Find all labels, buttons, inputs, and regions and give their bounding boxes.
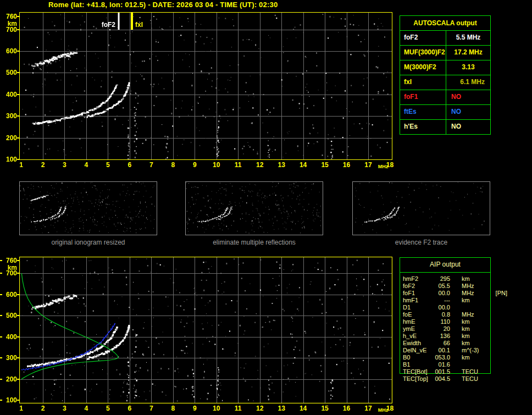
parameter-value: 5.5 MHz [446, 31, 490, 45]
y-axis-tick [17, 315, 19, 316]
x-tick-label: 17 [361, 162, 375, 169]
parameter-note [492, 275, 507, 283]
aip-row-d1: D100.0 [403, 304, 507, 311]
thumbnail-canvas-1 [20, 182, 157, 235]
parameter-note [492, 311, 507, 318]
y-axis-tick [17, 294, 19, 295]
parameter-label: foF2 [403, 283, 431, 290]
autoscala-output-table: AUTOSCALA output foF25.5 MHzMUF(3000)F21… [400, 15, 491, 135]
parameter-label: B1 [403, 361, 431, 368]
parameter-value: 001.5 [431, 368, 450, 375]
y-axis-tick [17, 16, 19, 17]
x-tick-label: 8 [166, 405, 180, 412]
y-tick-label: 600 [1, 48, 17, 55]
y-axis-edge-tick [0, 315, 2, 316]
parameter-unit: km [450, 318, 492, 325]
x-tick-label: 2 [36, 162, 50, 169]
thumbnail-caption: original ionogram resized [19, 239, 157, 246]
parameter-label: h'Es [400, 120, 446, 134]
x-tick-label: 5 [101, 162, 115, 169]
x-tick-label: 9 [187, 162, 202, 169]
parameter-note [492, 297, 507, 304]
y-axis-tick [17, 400, 19, 401]
parameter-value: 053.0 [431, 354, 450, 361]
parameter-value: 66 [431, 340, 450, 347]
parameter-note [492, 375, 507, 383]
y-axis-tick [17, 51, 19, 52]
thumbnail-2 [185, 181, 323, 235]
y-axis-tick [17, 29, 19, 30]
parameter-value: 3.13 [446, 60, 490, 75]
thumbnail-canvas-2 [186, 182, 323, 235]
parameter-value: 00.0 [431, 304, 450, 311]
x-tick-label: 6 [123, 405, 137, 412]
x-tick-label: 11 [231, 162, 245, 169]
x-tick-label: 4 [79, 162, 93, 169]
bottom-ionogram-canvas [19, 257, 392, 403]
parameter-label: foF2 [400, 31, 446, 45]
parameter-value: 295 [431, 275, 450, 283]
thumbnail-canvas-3 [353, 182, 490, 235]
y-axis-tick [17, 159, 19, 160]
x-tick-label: 5 [101, 405, 115, 412]
parameter-label: hmE [403, 318, 431, 325]
x-tick-label: 1 [14, 162, 29, 169]
x-axis-unit-label: MHz [378, 407, 389, 413]
parameter-note [492, 283, 507, 290]
parameter-note [492, 318, 507, 325]
y-axis-tick [17, 137, 19, 139]
autoscala-row-muf3000f2: MUF(3000)F217.2 MHz [400, 46, 490, 60]
aip-row-ewidth: Ewidth66km [403, 340, 507, 347]
y-tick-label: 300 [1, 113, 17, 120]
parameter-label: hmF2 [403, 275, 431, 283]
parameter-value: 004.5 [431, 375, 450, 383]
aip-table-title: AIP output [400, 261, 491, 268]
y-axis-edge-tick [0, 357, 2, 358]
parameter-unit: km [450, 340, 492, 347]
parameter-note [492, 361, 507, 368]
x-tick-label: 17 [361, 405, 375, 412]
x-tick-label: 16 [340, 162, 354, 169]
autoscala-table-title: AUTOSCALA output [400, 16, 490, 31]
autoscala-window: Rome (lat: +41.8, lon: 012.5) - DATE: 20… [0, 0, 532, 415]
parameter-value: --- [431, 297, 450, 304]
x-tick-label: 7 [144, 162, 158, 169]
parameter-label: fxI [400, 75, 446, 90]
thumbnail-3 [352, 181, 490, 235]
y-tick-label: 400 [1, 334, 17, 341]
parameter-unit: km [450, 354, 492, 361]
parameter-label: M(3000)F2 [400, 60, 446, 75]
parameter-value: 20 [431, 325, 450, 333]
parameter-label: Ewidth [403, 340, 431, 347]
top-ionogram-canvas [19, 12, 392, 160]
y-tick-label: 700 [1, 26, 17, 34]
x-tick-label: 11 [231, 405, 245, 412]
parameter-note [492, 304, 507, 311]
parameter-note [492, 333, 507, 340]
x-tick-label: 12 [253, 162, 267, 169]
y-axis-tick [17, 115, 19, 117]
parameter-note: [PN] [492, 290, 507, 297]
parameter-unit: km [450, 333, 492, 340]
parameter-unit: km [450, 325, 492, 333]
y-axis-edge-tick [0, 336, 2, 337]
parameter-unit: km [450, 297, 492, 304]
parameter-value: NO [446, 120, 490, 134]
x-tick-label: 15 [318, 405, 332, 412]
y-tick-label: 500 [1, 312, 17, 319]
parameter-label: foF1 [400, 90, 446, 104]
x-tick-label: 7 [144, 405, 158, 412]
parameter-value: 00.1 [431, 347, 450, 354]
aip-row-delnve: DelN_vE00.1m^(-3) [403, 347, 507, 354]
aip-row-b0: B0053.0km [403, 354, 507, 361]
x-tick-label: 9 [187, 405, 202, 412]
parameter-label: D1 [403, 304, 431, 311]
autoscala-row-m3000f2: M(3000)F23.13 [400, 60, 490, 75]
y-axis-tick [17, 72, 19, 73]
y-axis-tick [17, 379, 19, 380]
aip-row-hme: hmE110km [403, 318, 507, 325]
parameter-note [492, 340, 507, 347]
parameter-note [492, 354, 507, 361]
parameter-label: DelN_vE [403, 347, 431, 354]
x-tick-label: 10 [209, 405, 224, 412]
